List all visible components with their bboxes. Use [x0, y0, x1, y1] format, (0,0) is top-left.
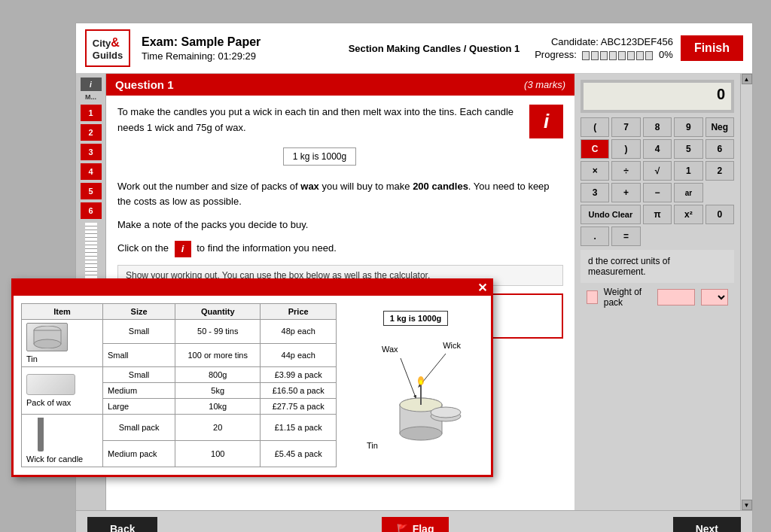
nav-btn-6[interactable]: 6: [81, 202, 102, 219]
nav-btn-1[interactable]: 1: [81, 105, 102, 121]
popup-close-button[interactable]: ✕: [477, 282, 487, 294]
wax-qty-3: 10kg: [175, 399, 261, 415]
kg-info-box: 1 kg is 1000g: [283, 147, 356, 166]
tin-image: [26, 323, 68, 351]
calc-btn-0[interactable]: 0: [705, 205, 734, 224]
calc-btn-closeparen[interactable]: ): [611, 139, 640, 159]
calc-btn-xsq[interactable]: x²: [674, 205, 702, 224]
tin-label: Tin: [367, 441, 378, 450]
bottom-navigation: Back 🚩 Flag Next: [76, 510, 752, 532]
svg-point-9: [400, 398, 442, 412]
weight-input[interactable]: [657, 289, 695, 306]
scrollbar[interactable]: ▲ ▼: [740, 74, 752, 510]
calc-btn-6[interactable]: 6: [705, 139, 734, 159]
wick-size-2: Medium pack: [103, 441, 175, 467]
svg-point-2: [34, 339, 61, 348]
wax-size-1: Small: [103, 367, 175, 383]
flag-label: Flag: [413, 523, 434, 532]
calc-btn-minus[interactable]: −: [643, 183, 672, 202]
calc-btn-clear[interactable]: C: [581, 139, 609, 159]
calc-btn-pi[interactable]: π: [643, 205, 672, 224]
back-button[interactable]: Back: [87, 517, 157, 532]
info-icon-button[interactable]: i: [529, 105, 563, 138]
svg-point-12: [419, 380, 422, 385]
finish-button[interactable]: Finish: [681, 35, 743, 61]
wick-price-1: £1.15 a pack: [261, 415, 337, 441]
calc-buttons: ( 7 8 9 Neg C ) 4 5 6 × ÷ √ 1 2 3 + −: [581, 117, 734, 246]
tin-price-2: 44p each: [261, 343, 337, 367]
popup-table-section: Item Size Quantity Price: [21, 303, 337, 467]
nav-btn-2[interactable]: 2: [81, 124, 102, 141]
nav-btn-3[interactable]: 3: [81, 144, 102, 160]
nav-btn-5[interactable]: 5: [81, 183, 102, 199]
unit-select[interactable]: [701, 289, 728, 306]
candle-arrows-svg: [359, 337, 472, 458]
info-icon-inline[interactable]: i: [175, 241, 191, 257]
next-button[interactable]: Next: [673, 517, 741, 532]
calc-btn-equals[interactable]: =: [611, 226, 640, 246]
calc-screen: 0: [584, 83, 731, 110]
svg-line-3: [401, 358, 416, 397]
calc-btn-5[interactable]: 5: [674, 139, 702, 159]
item-wick-cell: Wick for candle: [22, 415, 103, 467]
calc-btn-sqrt[interactable]: √: [643, 161, 672, 181]
nav-btn-4[interactable]: 4: [81, 163, 102, 180]
calc-btn-1[interactable]: 1: [674, 161, 702, 181]
calc-btn-openparen[interactable]: (: [581, 117, 609, 137]
calc-btn-divide[interactable]: ÷: [611, 161, 640, 181]
undo-clear-button[interactable]: Undo Clear: [581, 205, 641, 224]
wick-image: [38, 418, 44, 451]
nav-label-m: M...: [85, 93, 96, 101]
col-header-size: Size: [103, 304, 175, 320]
candidate-info: Candidate: ABC123DEF456: [535, 36, 673, 47]
logo-text: City&Guilds: [93, 35, 123, 62]
flag-icon: 🚩: [397, 524, 408, 532]
calc-btn-3[interactable]: 3: [581, 183, 609, 202]
weight-label: Weight of pack: [604, 287, 651, 308]
time-remaining: Time Remaining: 01:29:29: [142, 50, 349, 62]
col-header-price: Price: [261, 304, 337, 320]
question-marks: (3 marks): [524, 79, 565, 90]
col-header-quantity: Quantity: [175, 304, 261, 320]
scroll-down-btn[interactable]: ▼: [742, 500, 752, 510]
calc-btn-ar[interactable]: ar: [674, 183, 702, 202]
calc-btn-neg[interactable]: Neg: [705, 117, 734, 137]
scroll-up-btn[interactable]: ▲: [742, 74, 752, 84]
item-tin-label: Tin: [26, 354, 38, 363]
calc-btn-8[interactable]: 8: [643, 117, 672, 137]
calc-btn-multiply[interactable]: ×: [581, 161, 609, 181]
question-header: Question 1 (3 marks): [106, 74, 574, 96]
table-row: Pack of wax Small 800g £3.99 a pack: [22, 367, 337, 383]
calc-btn-4[interactable]: 4: [643, 139, 672, 159]
col-header-item: Item: [22, 304, 103, 320]
candle-illustration: Wax Wick Tin: [359, 337, 472, 458]
wax-qty-1: 800g: [175, 367, 261, 383]
header-right: Candidate: ABC123DEF456 Progress: 0%: [535, 36, 673, 60]
calc-btn-7[interactable]: 7: [611, 117, 640, 137]
header-title-block: Exam: Sample Paper Time Remaining: 01:29…: [142, 35, 349, 62]
flag-button[interactable]: 🚩 Flag: [382, 517, 449, 532]
wick-size-1: Small pack: [103, 415, 175, 441]
popup-content: Item Size Quantity Price: [14, 296, 491, 475]
wax-size-2: Medium: [103, 383, 175, 399]
wax-image: [26, 374, 75, 395]
wax-label: Wax: [382, 345, 398, 354]
progress-blocks: [582, 51, 653, 60]
calc-btn-plus[interactable]: +: [611, 183, 640, 202]
wax-qty-2: 5kg: [175, 383, 261, 399]
tin-qty-1: 50 - 99 tins: [175, 320, 261, 344]
question-text-2: Work out the number and size of packs of…: [117, 179, 563, 211]
calc-btn-2[interactable]: 2: [705, 161, 734, 181]
svg-rect-7: [400, 405, 442, 433]
tin-size-1: Small: [103, 320, 175, 344]
calc-btn-9[interactable]: 9: [674, 117, 702, 137]
svg-point-6: [400, 398, 442, 412]
svg-point-11: [418, 376, 424, 385]
popup-image-section: 1 kg is 1000g Wax Wick Tin: [348, 303, 483, 467]
info-nav-button[interactable]: i: [81, 78, 102, 91]
weight-row: Weight of pack: [581, 283, 734, 312]
calc-btn-dot[interactable]: .: [581, 226, 609, 246]
tin-qty-2: 100 or more tins: [175, 343, 261, 367]
tin-size-2: Small: [103, 343, 175, 367]
svg-point-14: [431, 407, 461, 418]
